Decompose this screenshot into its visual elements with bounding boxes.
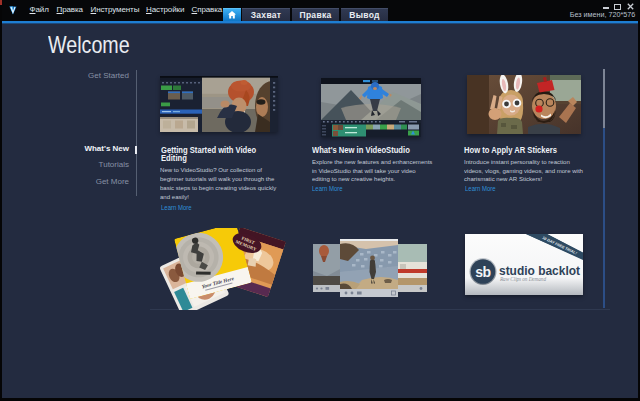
svg-text:sb: sb — [475, 264, 490, 280]
svg-text:Raw Clips on Demand: Raw Clips on Demand — [499, 276, 546, 282]
